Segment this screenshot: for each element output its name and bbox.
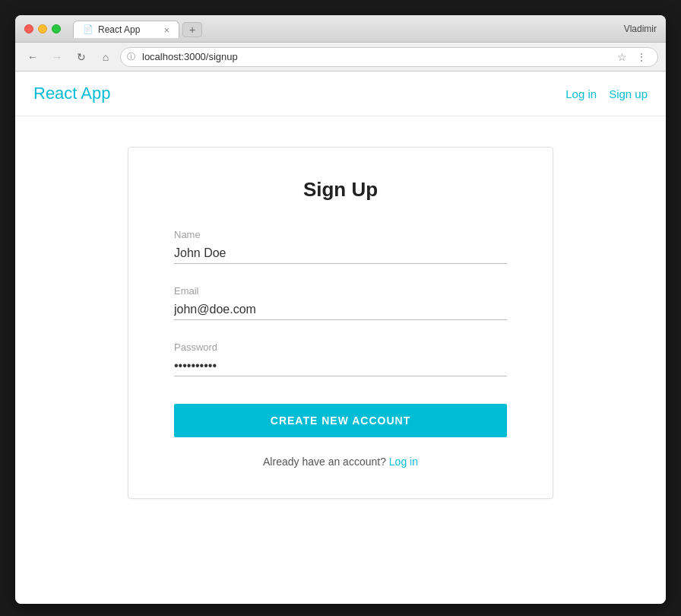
info-icon: ⓘ (127, 51, 135, 62)
login-link[interactable]: Log in (389, 456, 418, 468)
close-button[interactable] (24, 24, 33, 33)
maximize-button[interactable] (52, 24, 61, 33)
browser-titlebar: 📄 React App × + Vladimir (15, 15, 666, 43)
back-button[interactable]: ← (23, 47, 43, 67)
name-label: Name (174, 229, 507, 240)
new-tab-button[interactable]: + (182, 22, 202, 37)
address-bar[interactable]: ⓘ localhost:3000/signup ☆ ⋮ (120, 47, 658, 67)
address-bar-actions: ☆ ⋮ (614, 49, 650, 65)
password-input[interactable] (174, 356, 507, 376)
signup-title: Sign Up (174, 178, 507, 202)
email-field: Email (174, 285, 507, 320)
signup-container: Sign Up Name Email Password CREATE NEW A… (15, 116, 666, 529)
password-label: Password (174, 341, 507, 353)
app-content: React App Log in Sign up Sign Up Name Em… (15, 71, 666, 604)
refresh-button[interactable]: ↻ (71, 47, 91, 67)
active-tab[interactable]: 📄 React App × (73, 21, 179, 38)
address-text: localhost:3000/signup (142, 51, 238, 62)
login-prompt: Already have an account? Log in (174, 456, 507, 468)
bookmark-icon[interactable]: ☆ (614, 49, 630, 65)
tab-favicon-icon: 📄 (83, 24, 93, 35)
email-label: Email (174, 285, 507, 297)
login-prompt-text: Already have an account? (263, 456, 386, 468)
forward-button[interactable]: → (47, 47, 67, 67)
minimize-button[interactable] (38, 24, 47, 33)
browser-navbar: ← → ↻ ⌂ ⓘ localhost:3000/signup ☆ ⋮ (15, 43, 666, 71)
app-header: React App Log in Sign up (15, 71, 666, 116)
traffic-lights (24, 24, 61, 33)
email-input[interactable] (174, 300, 507, 320)
app-brand[interactable]: React App (33, 84, 111, 103)
name-field: Name (174, 229, 507, 264)
header-login-link[interactable]: Log in (565, 87, 597, 100)
name-input[interactable] (174, 243, 507, 264)
home-button[interactable]: ⌂ (96, 47, 116, 67)
browser-user: Vladimir (624, 24, 657, 34)
header-signup-link[interactable]: Sign up (609, 87, 648, 100)
header-nav: Log in Sign up (565, 87, 648, 100)
password-field: Password (174, 341, 507, 376)
tab-title: React App (98, 24, 159, 35)
tab-bar: 📄 React App × + (73, 20, 624, 37)
tab-close-icon[interactable]: × (163, 25, 169, 35)
more-icon[interactable]: ⋮ (633, 49, 650, 65)
create-account-button[interactable]: CREATE NEW ACCOUNT (174, 404, 507, 437)
signup-card: Sign Up Name Email Password CREATE NEW A… (128, 147, 553, 499)
